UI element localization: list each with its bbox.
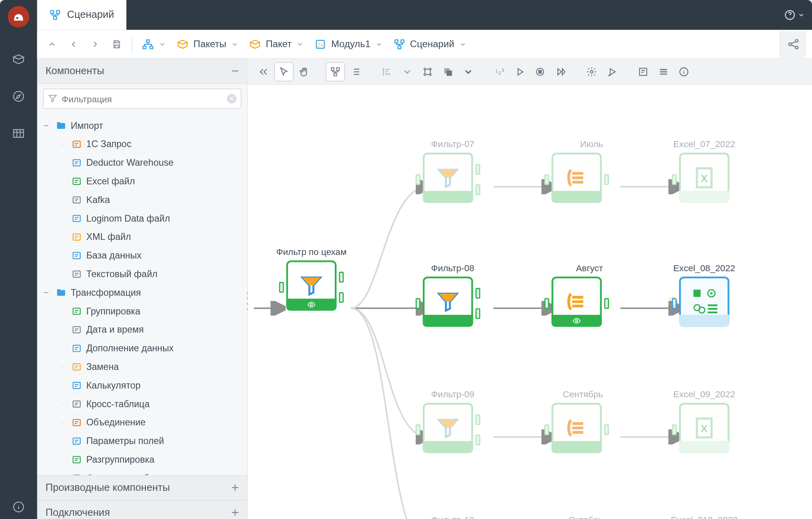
svg-rect-23 [73, 215, 80, 221]
crumb-package[interactable]: Пакет [246, 38, 307, 50]
tree-item[interactable]: ·····Кросс-таблица [41, 395, 248, 413]
canvas-toolbar: 123 [248, 59, 812, 85]
ctb-pointer-icon[interactable] [274, 62, 293, 81]
tree-item[interactable]: ·····Свертка столбцов [41, 469, 248, 475]
svg-text:ƒx: ƒx [318, 42, 323, 47]
crumb-root[interactable] [138, 38, 169, 50]
share-button[interactable] [779, 31, 806, 57]
bc-forward-button[interactable] [86, 35, 104, 53]
tree-label: Импорт [71, 120, 103, 131]
ctb-align-icon[interactable] [377, 62, 396, 81]
svg-rect-35 [73, 456, 80, 463]
tab-scenario[interactable]: Сценарий [37, 0, 126, 30]
node-filter-08[interactable]: Фильтр-08 [422, 263, 474, 327]
rail-info-icon[interactable] [0, 497, 37, 517]
filter-input[interactable] [43, 88, 242, 109]
ctb-run-icon[interactable] [510, 62, 529, 81]
rail-grid-icon[interactable] [0, 123, 37, 144]
svg-point-1 [13, 92, 23, 102]
ctb-align-dd-icon[interactable] [397, 62, 417, 81]
filter-icon [48, 93, 58, 105]
node-month-07[interactable]: Июль [550, 139, 603, 203]
node-month-08[interactable]: Август [550, 263, 603, 327]
tree-item[interactable]: ·····Kafka [41, 190, 248, 209]
tree-item[interactable]: ·····Параметры полей [41, 431, 248, 450]
derived-header[interactable]: Производные компоненты + [37, 475, 248, 500]
ctb-info-icon[interactable] [674, 62, 693, 81]
ctb-pool-icon[interactable] [418, 62, 437, 81]
tree-item[interactable]: ·····Разгруппировка [41, 450, 248, 469]
tree-group-transform[interactable]: − Трансформация [41, 283, 248, 302]
tree-label: Excel файл [86, 176, 135, 186]
node-excel-10[interactable]: Excel_010_2022 [678, 515, 731, 519]
tree-group-import[interactable]: − Импорт [41, 116, 248, 135]
expand-icon[interactable]: + [231, 505, 239, 519]
tree-item[interactable]: ·····Deductor Warehouse [41, 153, 248, 172]
filter-wrap: ✕ [43, 88, 242, 109]
svg-point-43 [429, 73, 431, 75]
tree-item[interactable]: ·····Loginom Data файл [41, 209, 248, 228]
tree-item[interactable]: ·····Калькулятор [41, 376, 248, 395]
node-filter-10[interactable]: Фильтр-10 [422, 515, 474, 519]
expand-icon[interactable]: + [231, 480, 239, 496]
ctb-list-icon[interactable] [346, 62, 365, 81]
svg-point-40 [424, 68, 426, 70]
help-button[interactable] [784, 9, 805, 21]
tree-item[interactable]: ·····База данных [41, 246, 248, 264]
ctb-order-icon[interactable] [438, 62, 457, 81]
node-filter-09[interactable]: Фильтр-09 [422, 389, 474, 453]
svg-rect-29 [73, 345, 80, 351]
crumb-scenario[interactable]: Сценарий [390, 38, 470, 50]
tree-item[interactable]: ·····XML файл [41, 228, 248, 246]
tree-item[interactable]: ·····Объединение [41, 413, 248, 432]
connections-header[interactable]: Подключения + [37, 500, 248, 519]
node-month-09[interactable]: Сентябрь [550, 389, 603, 453]
rail-navigator-icon[interactable] [0, 86, 37, 106]
ctb-runall-icon[interactable] [551, 62, 570, 81]
components-header[interactable]: Компоненты − [37, 59, 248, 84]
svg-rect-2 [13, 130, 23, 137]
node-filter-07[interactable]: Фильтр-07 [422, 139, 474, 203]
node-filter-main[interactable]: Фильтр по цехам [285, 247, 338, 311]
tree-item[interactable]: ·····Замена [41, 357, 248, 376]
tree-item[interactable]: ·····Дата и время [41, 320, 248, 339]
ctb-settings-icon[interactable] [582, 62, 601, 81]
tree-label: Deductor Warehouse [86, 157, 173, 168]
ctb-numbers-icon[interactable]: 123 [490, 62, 509, 81]
bc-up-button[interactable] [43, 35, 61, 53]
ctb-order-dd-icon[interactable] [459, 62, 478, 81]
filter-clear-icon[interactable]: ✕ [227, 94, 236, 103]
svg-rect-25 [73, 252, 80, 259]
tree-label: Параметры полей [86, 435, 164, 446]
node-excel-09[interactable]: Excel_09_2022X [678, 389, 731, 453]
svg-rect-34 [73, 438, 80, 444]
ctb-autoposition-icon[interactable] [326, 62, 345, 81]
workflow-canvas[interactable]: Фильтр-07 Июль Excel_07_2022X Фильтр по … [248, 85, 812, 519]
node-excel-07[interactable]: Excel_07_2022X [678, 139, 731, 203]
node-month-10[interactable]: Октябрь [550, 515, 603, 519]
ctb-hand-icon[interactable] [295, 62, 314, 81]
svg-point-0 [16, 17, 18, 19]
svg-rect-32 [73, 400, 80, 407]
tree-item[interactable]: ·····Excel файл [41, 172, 248, 190]
collapse-icon[interactable]: − [231, 63, 239, 79]
rail-packages-icon[interactable] [0, 49, 37, 69]
ctb-collapse-icon[interactable] [254, 62, 273, 81]
ctb-runsel-icon[interactable] [603, 62, 622, 81]
crumb-module[interactable]: ƒx Модуль1 [311, 38, 386, 50]
panel-title: Подключения [46, 507, 110, 519]
ctb-menu-icon[interactable] [654, 62, 673, 81]
bc-back-button[interactable] [65, 35, 83, 53]
crumb-packages[interactable]: Пакеты [173, 38, 242, 50]
svg-rect-39 [334, 73, 337, 76]
node-excel-08[interactable]: Excel_08_2022 [678, 263, 731, 327]
tree-item[interactable]: ·····Дополнение данных [41, 339, 248, 357]
crumb-label: Пакеты [194, 38, 227, 49]
svg-rect-6 [54, 17, 57, 20]
ctb-stop-icon[interactable] [531, 62, 550, 81]
ctb-note-icon[interactable] [633, 62, 653, 81]
tree-item[interactable]: ·····Текстовый файл [41, 264, 248, 283]
tree-item[interactable]: ·····Группировка [41, 302, 248, 320]
tree-item[interactable]: ·····1С Запрос [41, 135, 248, 153]
bc-save-button[interactable] [108, 35, 126, 53]
